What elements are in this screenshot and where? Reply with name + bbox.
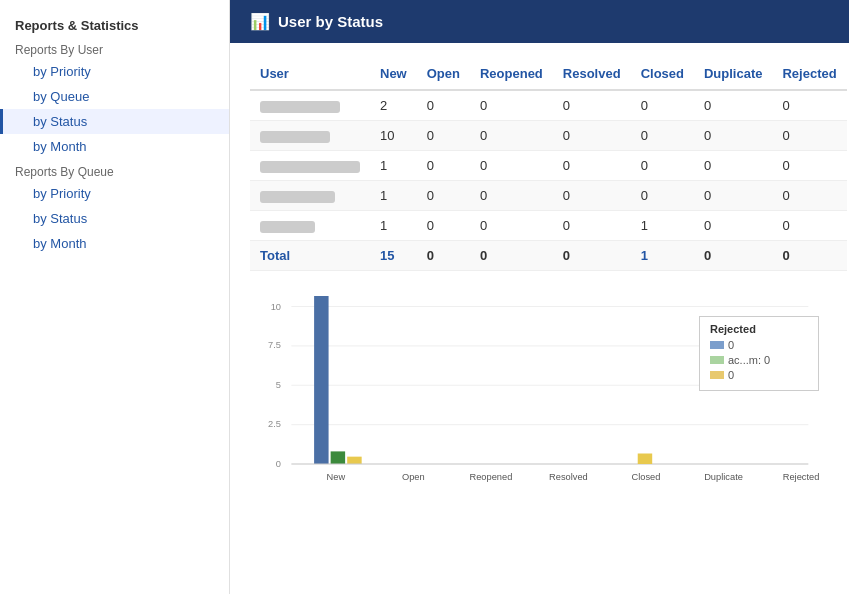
cell-resolved: 0 bbox=[553, 181, 631, 211]
cell-reopened: 0 bbox=[470, 181, 553, 211]
bar-new-user3 bbox=[347, 457, 361, 464]
legend-color-2 bbox=[710, 356, 724, 364]
cell-user bbox=[250, 151, 370, 181]
cell-open: 0 bbox=[417, 151, 470, 181]
cell-duplicate: 0 bbox=[694, 211, 773, 241]
app-container: Reports & Statistics Reports By User by … bbox=[0, 0, 849, 594]
col-resolved: Resolved bbox=[553, 58, 631, 90]
cell-open: 0 bbox=[417, 181, 470, 211]
svg-text:Open: Open bbox=[402, 472, 425, 482]
cell-user bbox=[250, 211, 370, 241]
svg-text:Reopened: Reopened bbox=[469, 472, 512, 482]
sidebar-group-reports-by-user: Reports By User bbox=[0, 37, 229, 59]
sidebar-item-by-month-1[interactable]: by Month bbox=[0, 134, 229, 159]
sidebar-group-reports-by-queue: Reports By Queue bbox=[0, 159, 229, 181]
sidebar: Reports & Statistics Reports By User by … bbox=[0, 0, 230, 594]
cell-total-new: 15 bbox=[370, 241, 417, 271]
report-table: User New Open Reopened Resolved Closed D… bbox=[250, 58, 847, 271]
cell-new: 2 bbox=[370, 90, 417, 121]
main-content: 📊 User by Status User New Open Reopened … bbox=[230, 0, 849, 594]
chart-area: 0 2.5 5 7.5 10 bbox=[230, 286, 849, 594]
cell-closed: 0 bbox=[631, 90, 694, 121]
cell-rejected: 0 bbox=[772, 90, 846, 121]
bar-new-user2 bbox=[331, 451, 345, 464]
legend-label-2: ac...m: 0 bbox=[728, 354, 770, 366]
col-rejected: Rejected bbox=[772, 58, 846, 90]
sidebar-item-by-queue-1[interactable]: by Queue bbox=[0, 84, 229, 109]
table-row: 2000000 bbox=[250, 90, 847, 121]
cell-rejected: 0 bbox=[772, 211, 846, 241]
table-area: User New Open Reopened Resolved Closed D… bbox=[230, 43, 849, 286]
cell-reopened: 0 bbox=[470, 211, 553, 241]
bar-new-user1 bbox=[314, 296, 328, 464]
sidebar-item-by-status-1[interactable]: by Status bbox=[0, 109, 229, 134]
cell-total-duplicate: 0 bbox=[694, 241, 773, 271]
sidebar-item-by-month-2[interactable]: by Month bbox=[0, 231, 229, 256]
legend-label-3: 0 bbox=[728, 369, 734, 381]
sidebar-item-by-status-2[interactable]: by Status bbox=[0, 206, 229, 231]
page-header: 📊 User by Status bbox=[230, 0, 849, 43]
svg-text:Resolved: Resolved bbox=[549, 472, 588, 482]
legend-color-1 bbox=[710, 341, 724, 349]
cell-new: 1 bbox=[370, 211, 417, 241]
cell-duplicate: 0 bbox=[694, 181, 773, 211]
svg-text:10: 10 bbox=[271, 302, 281, 312]
cell-reopened: 0 bbox=[470, 151, 553, 181]
sidebar-section-reports-statistics[interactable]: Reports & Statistics bbox=[0, 10, 229, 37]
main-layout: Reports & Statistics Reports By User by … bbox=[0, 0, 849, 594]
legend-item-2: ac...m: 0 bbox=[710, 354, 808, 366]
cell-user bbox=[250, 181, 370, 211]
svg-text:New: New bbox=[327, 472, 346, 482]
cell-reopened: 0 bbox=[470, 90, 553, 121]
cell-open: 0 bbox=[417, 121, 470, 151]
cell-closed: 0 bbox=[631, 181, 694, 211]
col-duplicate: Duplicate bbox=[694, 58, 773, 90]
cell-duplicate: 0 bbox=[694, 121, 773, 151]
table-row: 1000100 bbox=[250, 211, 847, 241]
cell-user bbox=[250, 90, 370, 121]
cell-total-label: Total bbox=[250, 241, 370, 271]
sidebar-item-by-priority-1[interactable]: by Priority bbox=[0, 59, 229, 84]
sidebar-item-by-priority-2[interactable]: by Priority bbox=[0, 181, 229, 206]
chart-icon: 📊 bbox=[250, 12, 270, 31]
cell-new: 10 bbox=[370, 121, 417, 151]
bar-chart-container: 0 2.5 5 7.5 10 bbox=[250, 296, 829, 506]
svg-text:Closed: Closed bbox=[632, 472, 661, 482]
cell-reopened: 0 bbox=[470, 121, 553, 151]
cell-resolved: 0 bbox=[553, 121, 631, 151]
col-reopened: Reopened bbox=[470, 58, 553, 90]
svg-text:2.5: 2.5 bbox=[268, 419, 281, 429]
svg-text:7.5: 7.5 bbox=[268, 340, 281, 350]
table-row: 1000000 bbox=[250, 151, 847, 181]
table-row: 1000000 bbox=[250, 181, 847, 211]
svg-text:5: 5 bbox=[276, 380, 281, 390]
cell-rejected: 0 bbox=[772, 181, 846, 211]
cell-user bbox=[250, 121, 370, 151]
legend-item-1: 0 bbox=[710, 339, 808, 351]
legend-label-1: 0 bbox=[728, 339, 734, 351]
cell-duplicate: 0 bbox=[694, 151, 773, 181]
cell-total-open: 0 bbox=[417, 241, 470, 271]
cell-resolved: 0 bbox=[553, 151, 631, 181]
cell-open: 0 bbox=[417, 90, 470, 121]
legend-title: Rejected bbox=[710, 323, 808, 335]
cell-closed: 1 bbox=[631, 211, 694, 241]
table-header-row: User New Open Reopened Resolved Closed D… bbox=[250, 58, 847, 90]
cell-open: 0 bbox=[417, 211, 470, 241]
cell-resolved: 0 bbox=[553, 211, 631, 241]
col-user: User bbox=[250, 58, 370, 90]
bar-closed-user1 bbox=[638, 454, 652, 465]
col-closed: Closed bbox=[631, 58, 694, 90]
col-new: New bbox=[370, 58, 417, 90]
table-total-row: Total15000100 bbox=[250, 241, 847, 271]
svg-text:0: 0 bbox=[276, 459, 281, 469]
chart-legend: Rejected 0 ac...m: 0 0 bbox=[699, 316, 819, 391]
legend-item-3: 0 bbox=[710, 369, 808, 381]
cell-total-resolved: 0 bbox=[553, 241, 631, 271]
svg-text:Rejected: Rejected bbox=[783, 472, 820, 482]
cell-new: 1 bbox=[370, 151, 417, 181]
cell-total-closed: 1 bbox=[631, 241, 694, 271]
cell-rejected: 0 bbox=[772, 121, 846, 151]
cell-closed: 0 bbox=[631, 121, 694, 151]
cell-rejected: 0 bbox=[772, 151, 846, 181]
